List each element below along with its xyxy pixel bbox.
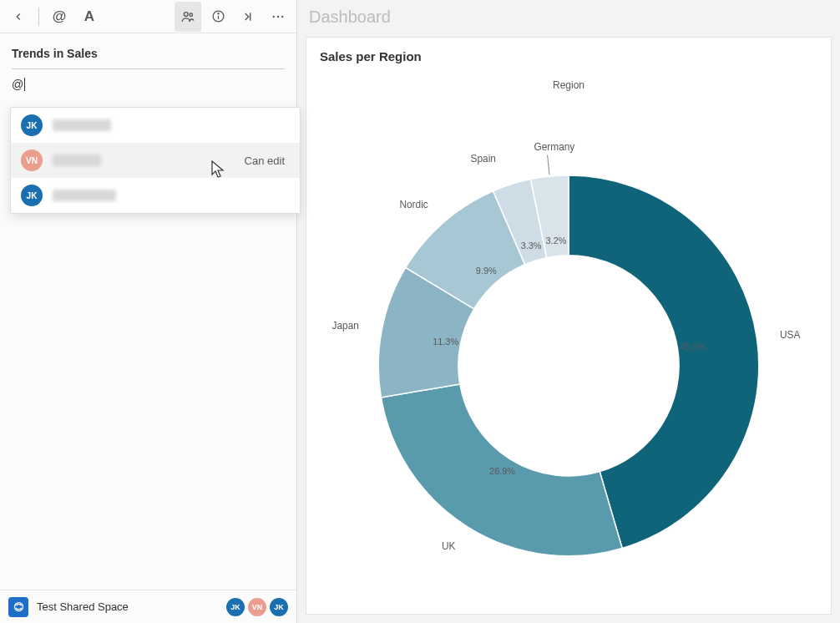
- avatar[interactable]: VN: [248, 598, 266, 616]
- redacted-name: [53, 119, 111, 131]
- slice-percent: 9.9%: [476, 266, 497, 276]
- mention-suggestion-item[interactable]: VN Can edit: [11, 143, 300, 178]
- text-style-button[interactable]: A: [76, 2, 103, 32]
- mention-button[interactable]: @: [46, 2, 73, 32]
- more-button[interactable]: [265, 2, 291, 32]
- sidebar-footer: Test Shared Space JK VN JK: [0, 590, 296, 623]
- svg-point-4: [217, 13, 218, 14]
- page-title: Dashboard: [297, 0, 840, 33]
- slice-percent: 11.3%: [433, 337, 458, 347]
- slice-label: UK: [442, 540, 456, 552]
- chart-title: Sales per Region: [306, 38, 831, 67]
- redacted-name: [53, 154, 101, 166]
- redacted-name: [53, 190, 116, 201]
- collapse-button[interactable]: [235, 2, 261, 32]
- space-icon: [8, 597, 28, 617]
- main-panel: Dashboard Sales per Region Region USA45.…: [297, 0, 840, 623]
- svg-point-8: [281, 15, 283, 17]
- avatar[interactable]: JK: [270, 598, 288, 616]
- donut-chart: USA45.5%UK26.9%Japan11.3%Nordic9.9%Spain…: [306, 93, 831, 614]
- svg-line-10: [548, 155, 549, 175]
- mention-suggestion-item[interactable]: JK: [11, 178, 300, 213]
- slice-label: Nordic: [399, 199, 428, 210]
- svg-point-6: [273, 15, 275, 17]
- svg-point-0: [184, 12, 188, 16]
- people-button[interactable]: [175, 2, 201, 32]
- avatar: JK: [21, 185, 43, 206]
- note-title: Trends in Sales: [12, 42, 285, 69]
- chart-card: Sales per Region Region USA45.5%UK26.9%J…: [306, 37, 832, 615]
- slice-label: Germany: [534, 141, 574, 153]
- slice-percent: 3.3%: [521, 241, 542, 251]
- avatar: VN: [21, 149, 43, 171]
- slice-label: Japan: [332, 320, 359, 332]
- avatar[interactable]: JK: [226, 598, 245, 616]
- toolbar-separator: [38, 8, 39, 26]
- mention-input[interactable]: @: [12, 78, 23, 91]
- mention-suggestion-item[interactable]: JK: [11, 108, 300, 143]
- svg-point-1: [190, 13, 192, 16]
- permission-label: Can edit: [245, 154, 285, 167]
- svg-point-7: [277, 15, 279, 17]
- footer-avatars: JK VN JK: [226, 598, 288, 616]
- mention-suggestions-popup: JK VN Can edit JK: [10, 107, 301, 214]
- note-body[interactable]: @: [12, 78, 285, 91]
- slice-percent: 3.2%: [546, 236, 567, 246]
- avatar: JK: [21, 114, 43, 136]
- back-button[interactable]: [5, 2, 32, 32]
- text-caret: [24, 78, 25, 91]
- slice-label: Spain: [471, 153, 496, 165]
- space-name: Test Shared Space: [37, 600, 218, 613]
- legend-title: Region: [306, 79, 831, 91]
- slice-percent: 45.5%: [680, 342, 706, 352]
- slice-percent: 26.9%: [489, 466, 515, 476]
- notes-sidebar: @ A Trends in Sales: [0, 0, 297, 623]
- info-button[interactable]: [205, 2, 231, 32]
- slice-label: USA: [780, 329, 800, 341]
- sidebar-toolbar: @ A: [0, 0, 296, 33]
